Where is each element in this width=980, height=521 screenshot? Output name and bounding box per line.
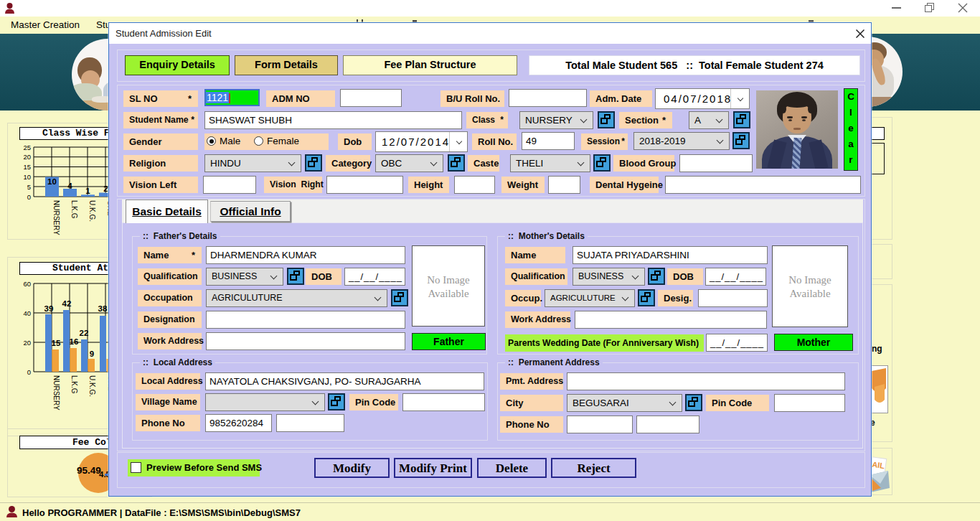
svg-text:16: 16 [70,337,79,346]
svg-text:20: 20 [23,339,31,347]
svg-text:39: 39 [44,304,54,313]
svg-text:4: 4 [67,182,72,190]
svg-text:1: 1 [85,187,90,195]
svg-text:38: 38 [98,304,108,313]
svg-text:42: 42 [62,299,72,308]
svg-text:NURSERY: NURSERY [52,375,60,410]
svg-text:15: 15 [52,339,61,347]
svg-text:2: 2 [103,184,108,193]
svg-text:22: 22 [80,329,89,337]
svg-text:AIL: AIL [872,460,885,470]
svg-text:U.K.G.: U.K.G. [88,375,96,397]
svg-text:L.K.G: L.K.G [70,375,78,394]
svg-text:25: 25 [23,144,31,151]
svg-text:10: 10 [23,173,31,181]
svg-text:40: 40 [23,309,31,317]
svg-text:5: 5 [27,183,31,191]
svg-text:20: 20 [23,153,31,161]
svg-text:60: 60 [23,280,31,288]
svg-text:L.K.G: L.K.G [70,200,78,219]
svg-text:0: 0 [27,368,31,376]
svg-text:U.K.G.: U.K.G. [88,200,96,222]
svg-text:NURSERY: NURSERY [52,200,60,235]
svg-text:9: 9 [90,349,94,358]
svg-text:15: 15 [23,163,31,171]
svg-text:10: 10 [47,177,57,186]
svg-text:0: 0 [27,193,31,201]
